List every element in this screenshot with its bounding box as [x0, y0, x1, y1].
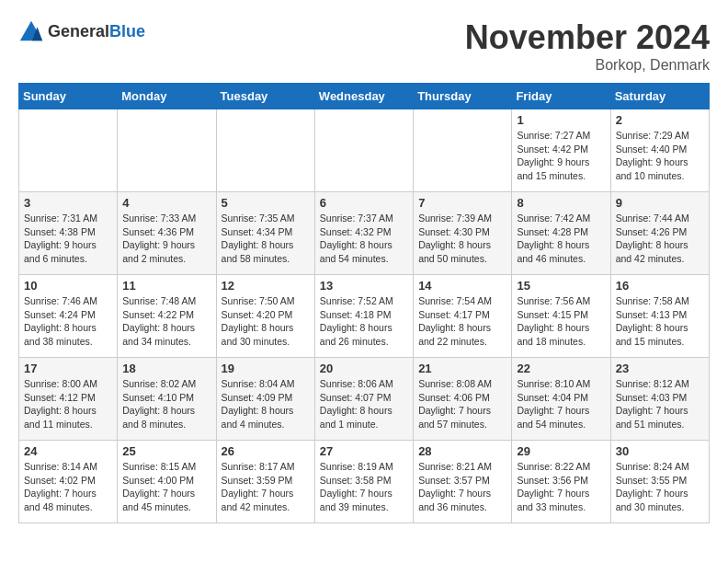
header-row: Sunday Monday Tuesday Wednesday Thursday… [19, 84, 710, 109]
sunset-text: Sunset: 4:12 PM [24, 392, 96, 403]
sunrise-text: Sunrise: 8:21 AM [418, 461, 492, 472]
calendar-body: 1 Sunrise: 7:27 AM Sunset: 4:42 PM Dayli… [19, 109, 710, 523]
day-info: Sunrise: 8:14 AM Sunset: 4:02 PM Dayligh… [24, 460, 112, 514]
daylight-text: Daylight: 9 hours and 10 minutes. [616, 156, 688, 181]
day-number: 30 [616, 444, 704, 458]
title-area: November 2024 Borkop, Denmark [465, 18, 710, 74]
sunrise-text: Sunrise: 7:56 AM [517, 295, 590, 306]
calendar-cell [19, 109, 118, 192]
sunrise-text: Sunrise: 8:17 AM [222, 461, 295, 472]
month-title: November 2024 [465, 18, 710, 57]
calendar-cell: 12 Sunrise: 7:50 AM Sunset: 4:20 PM Dayl… [216, 275, 314, 358]
day-number: 18 [122, 362, 210, 375]
header-friday: Friday [512, 84, 610, 109]
calendar-cell: 14 Sunrise: 7:54 AM Sunset: 4:17 PM Dayl… [414, 275, 512, 358]
daylight-text: Daylight: 7 hours and 54 minutes. [517, 405, 589, 430]
sunrise-text: Sunrise: 7:29 AM [616, 130, 689, 141]
sunrise-text: Sunrise: 8:02 AM [122, 378, 196, 389]
daylight-text: Daylight: 8 hours and 4 minutes. [222, 405, 294, 430]
sunset-text: Sunset: 4:06 PM [418, 392, 490, 403]
calendar-cell: 11 Sunrise: 7:48 AM Sunset: 4:22 PM Dayl… [118, 275, 216, 358]
calendar-cell: 15 Sunrise: 7:56 AM Sunset: 4:15 PM Dayl… [512, 275, 610, 358]
day-number: 5 [222, 196, 310, 210]
day-number: 24 [24, 444, 112, 458]
calendar-cell: 28 Sunrise: 8:21 AM Sunset: 3:57 PM Dayl… [414, 441, 512, 523]
day-number: 8 [517, 196, 605, 210]
calendar-cell: 29 Sunrise: 8:22 AM Sunset: 3:56 PM Dayl… [512, 441, 610, 523]
calendar-cell: 7 Sunrise: 7:39 AM Sunset: 4:30 PM Dayli… [414, 192, 512, 275]
daylight-text: Daylight: 8 hours and 46 minutes. [517, 239, 589, 264]
day-info: Sunrise: 8:10 AM Sunset: 4:04 PM Dayligh… [517, 377, 605, 431]
calendar-week-5: 24 Sunrise: 8:14 AM Sunset: 4:02 PM Dayl… [19, 441, 710, 523]
calendar-cell: 10 Sunrise: 7:46 AM Sunset: 4:24 PM Dayl… [19, 275, 118, 358]
sunset-text: Sunset: 4:15 PM [517, 309, 588, 320]
daylight-text: Daylight: 7 hours and 57 minutes. [418, 405, 491, 430]
calendar-cell: 27 Sunrise: 8:19 AM Sunset: 3:58 PM Dayl… [314, 441, 413, 523]
day-info: Sunrise: 7:35 AM Sunset: 4:34 PM Dayligh… [222, 212, 310, 266]
day-info: Sunrise: 7:39 AM Sunset: 4:30 PM Dayligh… [418, 212, 506, 266]
calendar-week-1: 1 Sunrise: 7:27 AM Sunset: 4:42 PM Dayli… [19, 109, 710, 192]
daylight-text: Daylight: 7 hours and 30 minutes. [616, 488, 688, 512]
sunset-text: Sunset: 4:09 PM [222, 392, 293, 403]
header-tuesday: Tuesday [216, 84, 314, 109]
day-info: Sunrise: 7:58 AM Sunset: 4:13 PM Dayligh… [616, 294, 704, 349]
day-number: 4 [122, 196, 210, 210]
day-number: 3 [24, 196, 112, 210]
sunrise-text: Sunrise: 8:24 AM [616, 461, 689, 472]
calendar-cell: 26 Sunrise: 8:17 AM Sunset: 3:59 PM Dayl… [216, 441, 314, 523]
day-info: Sunrise: 8:21 AM Sunset: 3:57 PM Dayligh… [418, 460, 506, 514]
calendar-cell: 30 Sunrise: 8:24 AM Sunset: 3:55 PM Dayl… [610, 441, 709, 523]
day-number: 2 [616, 113, 704, 127]
sunset-text: Sunset: 3:59 PM [222, 475, 293, 486]
day-number: 6 [320, 196, 408, 210]
sunrise-text: Sunrise: 8:00 AM [24, 378, 97, 389]
calendar-week-2: 3 Sunrise: 7:31 AM Sunset: 4:38 PM Dayli… [19, 192, 710, 275]
daylight-text: Daylight: 8 hours and 8 minutes. [122, 405, 195, 430]
day-number: 7 [418, 196, 506, 210]
day-number: 10 [24, 279, 112, 293]
header-monday: Monday [118, 84, 216, 109]
sunrise-text: Sunrise: 8:10 AM [517, 378, 590, 389]
sunset-text: Sunset: 4:36 PM [122, 226, 194, 237]
day-info: Sunrise: 8:06 AM Sunset: 4:07 PM Dayligh… [320, 377, 408, 431]
calendar-cell: 6 Sunrise: 7:37 AM Sunset: 4:32 PM Dayli… [314, 192, 413, 275]
calendar-cell: 9 Sunrise: 7:44 AM Sunset: 4:26 PM Dayli… [610, 192, 709, 275]
sunrise-text: Sunrise: 8:15 AM [122, 461, 196, 472]
sunset-text: Sunset: 4:10 PM [122, 392, 194, 403]
calendar-cell [216, 109, 314, 192]
header-wednesday: Wednesday [314, 84, 413, 109]
day-info: Sunrise: 8:22 AM Sunset: 3:56 PM Dayligh… [517, 460, 605, 514]
sunset-text: Sunset: 4:26 PM [616, 226, 688, 237]
calendar-cell: 24 Sunrise: 8:14 AM Sunset: 4:02 PM Dayl… [19, 441, 118, 523]
calendar-cell: 3 Sunrise: 7:31 AM Sunset: 4:38 PM Dayli… [19, 192, 118, 275]
sunrise-text: Sunrise: 7:52 AM [320, 295, 393, 306]
daylight-text: Daylight: 7 hours and 39 minutes. [320, 488, 392, 512]
day-info: Sunrise: 8:04 AM Sunset: 4:09 PM Dayligh… [222, 377, 310, 431]
sunset-text: Sunset: 4:34 PM [222, 226, 293, 237]
day-info: Sunrise: 7:27 AM Sunset: 4:42 PM Dayligh… [517, 129, 605, 183]
day-info: Sunrise: 8:12 AM Sunset: 4:03 PM Dayligh… [616, 377, 704, 431]
day-number: 28 [418, 444, 506, 458]
day-number: 17 [24, 362, 112, 375]
calendar-cell: 20 Sunrise: 8:06 AM Sunset: 4:07 PM Dayl… [314, 358, 413, 441]
day-number: 29 [517, 444, 605, 458]
day-info: Sunrise: 7:31 AM Sunset: 4:38 PM Dayligh… [24, 212, 112, 266]
day-number: 27 [320, 444, 408, 458]
day-number: 19 [222, 362, 310, 375]
calendar-cell [314, 109, 413, 192]
calendar-cell: 5 Sunrise: 7:35 AM Sunset: 4:34 PM Dayli… [216, 192, 314, 275]
daylight-text: Daylight: 7 hours and 36 minutes. [418, 488, 491, 512]
sunset-text: Sunset: 3:55 PM [616, 475, 688, 486]
sunset-text: Sunset: 4:03 PM [616, 392, 688, 403]
header-thursday: Thursday [414, 84, 512, 109]
logo-text-blue: Blue [109, 22, 145, 40]
day-number: 21 [418, 362, 506, 375]
calendar-week-4: 17 Sunrise: 8:00 AM Sunset: 4:12 PM Dayl… [19, 358, 710, 441]
calendar-table: Sunday Monday Tuesday Wednesday Thursday… [18, 83, 710, 523]
calendar-cell: 2 Sunrise: 7:29 AM Sunset: 4:40 PM Dayli… [610, 109, 709, 192]
sunrise-text: Sunrise: 7:33 AM [122, 213, 196, 224]
sunrise-text: Sunrise: 8:06 AM [320, 378, 393, 389]
calendar-header: Sunday Monday Tuesday Wednesday Thursday… [19, 84, 710, 109]
daylight-text: Daylight: 8 hours and 34 minutes. [122, 322, 195, 347]
sunrise-text: Sunrise: 8:04 AM [222, 378, 295, 389]
